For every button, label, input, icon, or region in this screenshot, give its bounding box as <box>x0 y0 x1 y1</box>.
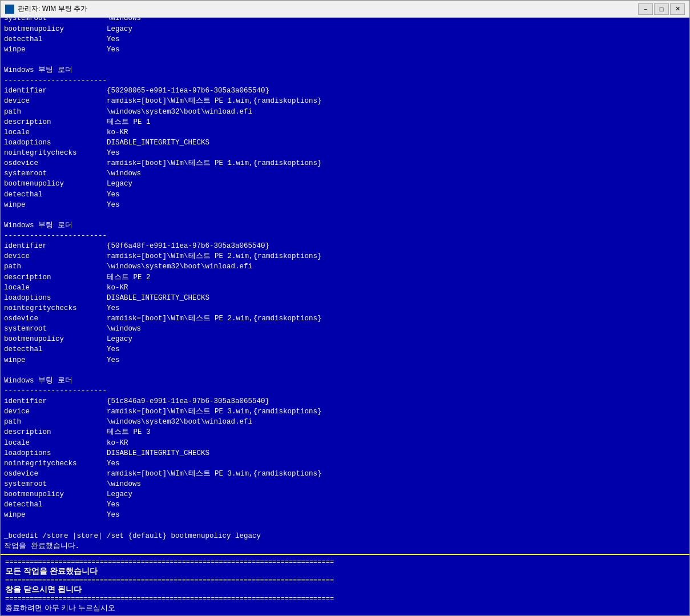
window-icon <box>5 5 14 14</box>
key-prompt: 종료하려면 아무 키나 누르십시오 <box>5 603 685 613</box>
close-instruction: 창을 닫으시면 됩니다 <box>5 585 685 595</box>
minimize-button[interactable]: − <box>638 3 653 15</box>
window-title: 관리자: WIM 부팅 추가 <box>18 4 638 14</box>
console-output: locale ko-KR loadoptions DISABLE_INTEGRI… <box>1 18 689 554</box>
separator-3: ========================================… <box>5 595 685 603</box>
separator-2: ========================================… <box>5 577 685 585</box>
close-button[interactable]: ✕ <box>670 3 685 15</box>
maximize-button[interactable]: □ <box>654 3 669 15</box>
main-window: 관리자: WIM 부팅 추가 − □ ✕ locale ko-KR loadop… <box>0 0 690 616</box>
completion-message: 모든 작업을 완료했습니다 <box>5 566 685 577</box>
separator-1: ========================================… <box>5 558 685 566</box>
bottom-status-bar: ========================================… <box>1 554 689 615</box>
title-bar: 관리자: WIM 부팅 추가 − □ ✕ <box>1 1 689 18</box>
console-text: locale ko-KR loadoptions DISABLE_INTEGRI… <box>4 18 686 551</box>
window-controls: − □ ✕ <box>638 3 685 15</box>
